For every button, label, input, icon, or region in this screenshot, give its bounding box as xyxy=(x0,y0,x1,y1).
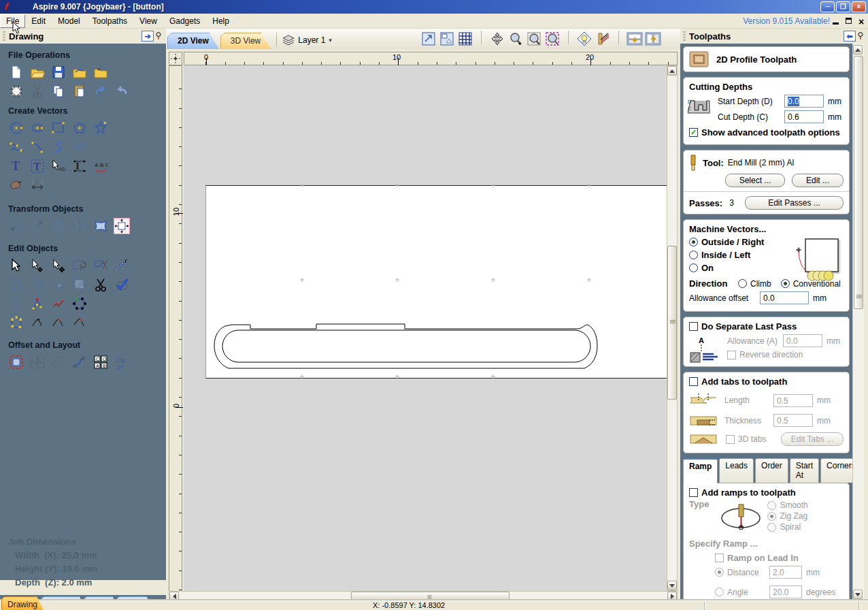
menu-view[interactable]: View xyxy=(133,14,163,28)
join-move-icon[interactable] xyxy=(29,315,46,331)
panel-grip[interactable] xyxy=(683,31,686,41)
add-tabs-checkbox[interactable] xyxy=(689,377,698,386)
button-inner-vector[interactable] xyxy=(222,330,590,362)
import-vectors-icon[interactable] xyxy=(71,64,88,80)
minimize-button[interactable]: ─ xyxy=(820,1,835,12)
tab-leads[interactable]: Leads xyxy=(719,458,754,483)
start-depth-field[interactable]: 0.0 xyxy=(784,95,824,108)
zoom-box-icon[interactable] xyxy=(544,31,561,47)
align-objects-icon[interactable] xyxy=(114,218,130,234)
select-tool-icon[interactable] xyxy=(8,257,24,274)
radio-outside-right[interactable] xyxy=(689,238,698,246)
version-available-link[interactable]: Version 9.015 Available! xyxy=(743,16,830,26)
fit-curves-icon[interactable] xyxy=(8,295,24,312)
toolpaths-scrollbar[interactable] xyxy=(852,44,864,600)
vector-validator-icon[interactable] xyxy=(114,276,130,293)
align-center-icon[interactable] xyxy=(50,218,67,234)
paste-icon[interactable] xyxy=(71,83,88,99)
draw-text-icon[interactable]: T xyxy=(8,158,24,174)
toggle-grid-icon[interactable] xyxy=(457,31,473,47)
open-file-icon[interactable] xyxy=(29,64,46,80)
boolean-intersect-icon[interactable] xyxy=(50,276,67,293)
tool-edit-button[interactable]: Edit ... xyxy=(792,174,844,187)
join-vectors-icon[interactable] xyxy=(8,315,24,331)
distort-icon[interactable] xyxy=(93,218,109,234)
scroll-down-icon[interactable] xyxy=(667,581,677,590)
toggle-shading-icon[interactable] xyxy=(576,31,592,47)
tab-order[interactable]: Order xyxy=(755,458,788,483)
draw-rectangle-icon[interactable] xyxy=(50,120,67,136)
import-bitmap-icon[interactable] xyxy=(93,64,109,80)
vector-trim-icon[interactable] xyxy=(93,276,109,293)
panel-pin-icon[interactable]: ⚲ xyxy=(154,31,163,42)
array-copy-icon[interactable] xyxy=(29,354,46,370)
close-button[interactable]: × xyxy=(852,1,866,12)
tile-windows-vertical-icon[interactable] xyxy=(645,31,661,47)
circular-copy-icon[interactable] xyxy=(50,354,67,370)
close-vector-icon[interactable] xyxy=(71,295,88,312)
menu-help[interactable]: Help xyxy=(206,14,235,28)
mdi-restore-button[interactable] xyxy=(844,16,852,27)
text-spacing-icon[interactable]: I xyxy=(71,158,88,174)
scale-selection-icon[interactable] xyxy=(29,218,46,234)
nesting-icon[interactable]: Zigge xyxy=(114,354,130,370)
zoom-selection-icon[interactable] xyxy=(439,31,455,47)
draw-ellipse-icon[interactable] xyxy=(29,120,46,136)
menu-toolpaths[interactable]: Toolpaths xyxy=(86,14,133,28)
tool-select-button[interactable]: Select ... xyxy=(725,174,785,187)
draw-polygon-icon[interactable] xyxy=(71,120,88,136)
last-pass-checkbox[interactable] xyxy=(689,322,698,331)
vscroll-thumb[interactable] xyxy=(667,246,677,400)
scroll-left-icon[interactable] xyxy=(169,592,179,601)
draw-circle-icon[interactable] xyxy=(8,120,24,136)
tab-3d-view[interactable]: 3D View xyxy=(220,33,271,49)
panel-grip[interactable] xyxy=(3,31,5,41)
draw-freehand-icon[interactable] xyxy=(71,139,88,155)
copy-icon[interactable] xyxy=(50,83,67,99)
draw-polyline-icon[interactable] xyxy=(8,139,24,155)
draw-arc-icon[interactable] xyxy=(29,139,46,155)
trace-bitmap-icon[interactable] xyxy=(8,177,24,193)
pan-tool-icon[interactable] xyxy=(489,31,505,47)
tile-windows-horizontal-icon[interactable] xyxy=(627,31,643,47)
scroll-up-icon[interactable] xyxy=(667,66,677,76)
offset-vectors-icon[interactable] xyxy=(8,354,24,370)
mdi-minimize-button[interactable] xyxy=(831,16,839,27)
tab-ramp[interactable]: Ramp xyxy=(683,458,718,483)
menu-gadgets[interactable]: Gadgets xyxy=(163,14,206,28)
radio-on[interactable] xyxy=(689,263,698,272)
text-edit-cursor-icon[interactable]: AB xyxy=(50,158,67,174)
smooth-vector-icon[interactable] xyxy=(50,295,67,312)
tab-2d-view[interactable]: 2D View xyxy=(167,33,219,49)
restore-button[interactable]: ❒ xyxy=(836,1,850,12)
edit-nodes-icon[interactable] xyxy=(29,295,46,312)
ruler-origin-toggle[interactable] xyxy=(169,52,182,65)
boolean-trim-icon[interactable] xyxy=(71,276,88,293)
panel-pin-icon[interactable]: ⚲ xyxy=(856,31,865,42)
mdi-close-button[interactable]: × xyxy=(857,16,865,27)
advanced-options-checkbox[interactable]: ✓ xyxy=(689,128,698,137)
text-on-curve-icon[interactable]: A B C xyxy=(93,158,109,174)
undo-icon[interactable] xyxy=(93,83,109,99)
dimension-icon[interactable]: ? xyxy=(29,177,46,193)
move-tool-icon[interactable] xyxy=(50,257,67,274)
node-edit-tool-icon[interactable] xyxy=(29,257,46,274)
ungroup-objects-icon[interactable] xyxy=(93,257,109,274)
join-curve-icon[interactable] xyxy=(71,315,88,331)
radio-climb[interactable] xyxy=(738,279,747,288)
radio-conventional[interactable] xyxy=(781,279,790,288)
cut-depth-field[interactable]: 0.6 xyxy=(784,110,824,123)
canvas-vertical-scrollbar[interactable] xyxy=(667,65,678,591)
menu-model[interactable]: Model xyxy=(52,14,86,28)
menu-edit[interactable]: Edit xyxy=(25,14,52,28)
job-setup-icon[interactable] xyxy=(8,83,24,99)
mirror-selection-icon[interactable] xyxy=(71,218,88,234)
radio-inside-left[interactable] xyxy=(689,251,698,259)
tab-drawing[interactable]: Drawing xyxy=(1,596,45,610)
tab-start-at[interactable]: Start At xyxy=(790,458,819,483)
toggle-material-icon[interactable] xyxy=(595,31,611,47)
hscroll-thumb[interactable] xyxy=(351,592,510,601)
join-line-icon[interactable] xyxy=(50,315,67,331)
draw-star-icon[interactable] xyxy=(93,120,109,136)
text-box-icon[interactable]: T xyxy=(29,158,46,174)
